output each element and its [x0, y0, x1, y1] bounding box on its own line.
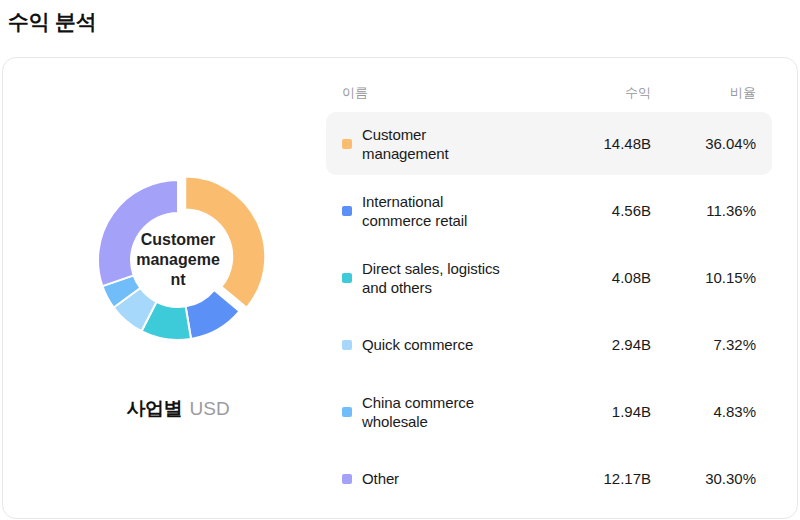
- row-ratio: 7.32%: [651, 336, 756, 353]
- page-title: 수익 분석: [0, 0, 800, 36]
- revenue-table: 이름 수익 비율 Customer management 14.48B 36.0…: [326, 58, 797, 518]
- row-revenue: 4.08B: [537, 269, 651, 286]
- legend-color-swatch: [342, 273, 352, 283]
- table-row[interactable]: Direct sales, logistics and others 4.08B…: [326, 246, 772, 309]
- row-name-cell: Quick commerce: [342, 335, 537, 354]
- row-ratio: 11.36%: [651, 202, 756, 219]
- row-revenue: 14.48B: [537, 135, 651, 152]
- table-header: 이름 수익 비율: [326, 84, 772, 102]
- row-revenue: 1.94B: [537, 403, 651, 420]
- revenue-analysis-card: Customer management 사업별USD 이름 수익 비율 Cust…: [2, 57, 798, 519]
- row-revenue: 2.94B: [537, 336, 651, 353]
- row-name: Customer management: [362, 125, 449, 163]
- legend-color-swatch: [342, 407, 352, 417]
- revenue-table-body: Customer management 14.48B 36.04% Intern…: [326, 112, 772, 510]
- row-name-cell: China commerce wholesale: [342, 393, 537, 431]
- donut-slice-1[interactable]: [186, 290, 240, 339]
- row-name: Quick commerce: [362, 335, 473, 354]
- row-name-cell: Direct sales, logistics and others: [342, 259, 537, 297]
- chart-footer: 사업별USD: [48, 396, 308, 422]
- row-name-cell: Customer management: [342, 125, 537, 163]
- row-ratio: 36.04%: [651, 135, 756, 152]
- legend-color-swatch: [342, 206, 352, 216]
- legend-color-swatch: [342, 340, 352, 350]
- legend-color-swatch: [342, 474, 352, 484]
- row-name-cell: Other: [342, 469, 537, 488]
- donut-center-label: Customer management: [132, 230, 224, 290]
- row-ratio: 10.15%: [651, 269, 756, 286]
- legend-color-swatch: [342, 139, 352, 149]
- chart-unit-label: USD: [189, 398, 229, 419]
- row-name: Other: [362, 469, 399, 488]
- column-header-revenue: 수익: [537, 84, 651, 102]
- column-header-ratio: 비율: [651, 84, 756, 102]
- row-revenue: 4.56B: [537, 202, 651, 219]
- donut-chart-panel: Customer management 사업별USD: [3, 58, 326, 518]
- table-row[interactable]: Other 12.17B 30.30%: [326, 447, 772, 510]
- row-name: Direct sales, logistics and others: [362, 259, 500, 297]
- row-name-cell: International commerce retail: [342, 192, 537, 230]
- chart-dimension-label: 사업별: [126, 398, 182, 419]
- row-revenue: 12.17B: [537, 470, 651, 487]
- table-row[interactable]: China commerce wholesale 1.94B 4.83%: [326, 380, 772, 443]
- table-row[interactable]: Quick commerce 2.94B 7.32%: [326, 313, 772, 376]
- table-row[interactable]: International commerce retail 4.56B 11.3…: [326, 179, 772, 242]
- row-name: International commerce retail: [362, 192, 467, 230]
- row-ratio: 4.83%: [651, 403, 756, 420]
- column-header-name: 이름: [342, 84, 537, 102]
- row-name: China commerce wholesale: [362, 393, 474, 431]
- row-ratio: 30.30%: [651, 470, 756, 487]
- table-row[interactable]: Customer management 14.48B 36.04%: [326, 112, 772, 175]
- donut-chart: Customer management: [48, 130, 308, 390]
